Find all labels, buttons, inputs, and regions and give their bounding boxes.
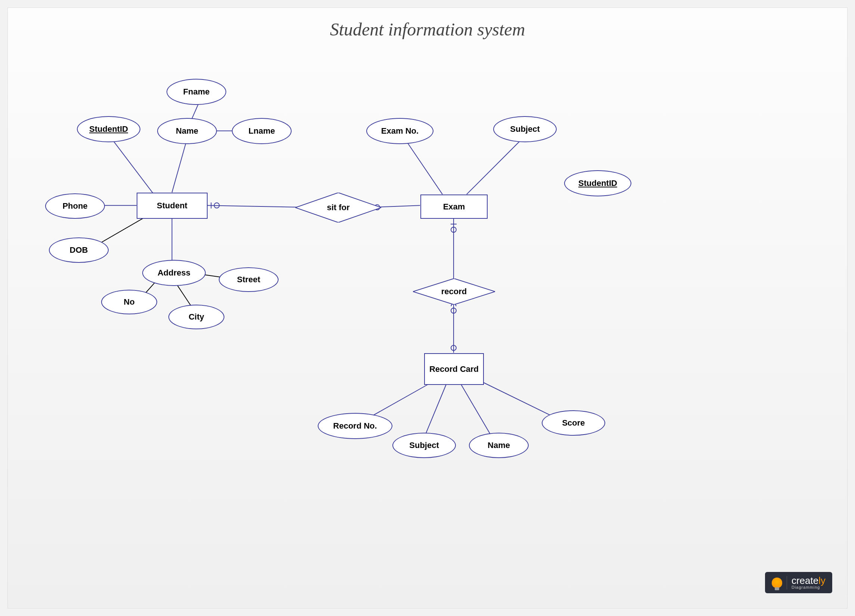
diagram-canvas: Student information system [8,8,847,608]
edge-recordcard-subject [424,385,446,439]
relationship-sitfor: sit for [295,193,381,222]
attr-exam-examno: Exam No. [366,118,434,144]
edge-exam-examno [407,142,443,195]
attr-student-studentid: StudentID [77,116,140,142]
attr-address-city: City [169,305,224,329]
attr-exam-studentid: StudentID [564,170,631,196]
logo-text: creately Diagramming [792,576,826,590]
creately-logo: creately Diagramming [765,572,832,593]
edge-exam-subject [467,138,523,195]
attr-student-fname: Fname [167,79,226,105]
logo-divider [787,576,787,590]
attr-student-phone: Phone [45,193,105,219]
relationship-record: record [413,279,495,305]
entity-exam: Exam [420,195,487,219]
bulb-icon [772,578,782,588]
attr-recordcard-name: Name [469,433,529,458]
attr-recordcard-subject: Subject [392,433,456,458]
attr-address-no: No [101,290,157,314]
attr-recordcard-recordno: Record No. [318,413,392,439]
attr-student-name: Name [157,118,217,144]
attr-student-address: Address [142,260,206,286]
attr-recordcard-score: Score [542,410,605,436]
attr-address-street: Street [219,267,279,292]
edge-recordcard-name [461,385,493,439]
entity-recordcard: Record Card [424,353,484,385]
edge-student-sitfor [208,205,306,207]
attr-student-dob: DOB [49,238,109,263]
edge-student-name [172,142,186,193]
attr-student-lname: Lname [232,118,291,144]
attr-exam-subject: Subject [493,116,557,142]
entity-student: Student [136,193,208,219]
edge-student-studentid [109,135,155,196]
